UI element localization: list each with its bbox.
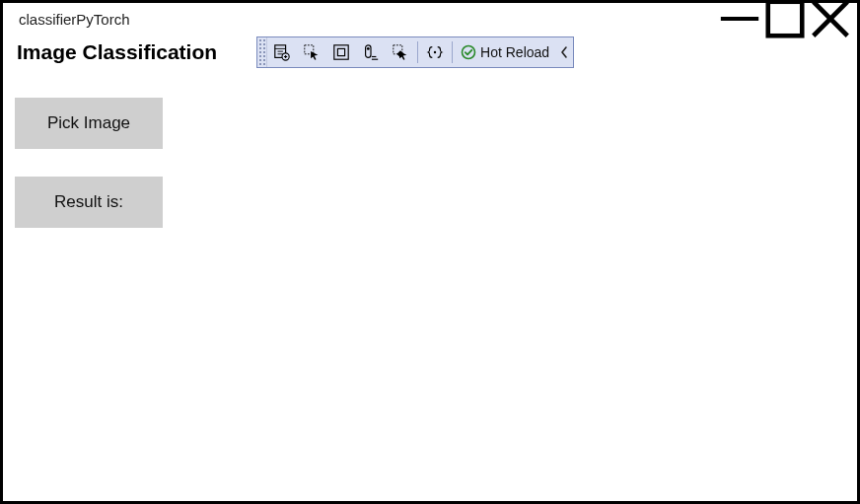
- svg-rect-12: [334, 45, 348, 59]
- layout-adorners-button[interactable]: [326, 37, 356, 67]
- titlebar: classifierPyTorch: [3, 3, 857, 35]
- svg-rect-1: [768, 2, 803, 36]
- toolbar-separator: [452, 41, 453, 63]
- toolbar-separator: [417, 41, 418, 63]
- select-element-icon: [303, 43, 321, 61]
- svg-rect-14: [366, 45, 371, 58]
- track-focus-icon: [362, 43, 380, 61]
- hot-reload-button[interactable]: Hot Reload: [455, 37, 555, 67]
- toolbar-overflow-button[interactable]: [555, 37, 573, 67]
- header-row: Image Classification: [15, 35, 845, 70]
- check-circle-icon: [461, 44, 476, 60]
- visual-tree-icon: [273, 43, 291, 61]
- select-element-button[interactable]: [297, 37, 326, 67]
- svg-point-19: [434, 51, 436, 53]
- pick-image-button[interactable]: Pick Image: [15, 98, 163, 149]
- track-focus-button[interactable]: [356, 37, 386, 67]
- content-area: Image Classification: [3, 35, 857, 501]
- xaml-binding-button[interactable]: [386, 37, 415, 67]
- window-title: classifierPyTorch: [19, 11, 717, 28]
- hot-reload-label: Hot Reload: [480, 44, 549, 60]
- chevron-left-icon: [559, 45, 569, 59]
- maximize-button[interactable]: [762, 4, 808, 34]
- visual-tree-button[interactable]: [267, 37, 297, 67]
- svg-point-15: [367, 47, 370, 50]
- window-controls: [717, 4, 853, 34]
- braces-button[interactable]: [420, 37, 450, 67]
- xaml-binding-icon: [392, 43, 409, 61]
- page-title: Image Classification: [15, 40, 217, 64]
- svg-rect-13: [337, 48, 344, 55]
- debug-toolbar: Hot Reload: [256, 36, 574, 68]
- svg-point-20: [463, 46, 475, 59]
- result-label: Result is:: [15, 177, 163, 228]
- close-button[interactable]: [808, 4, 853, 34]
- layout-adorners-icon: [332, 43, 350, 61]
- braces-icon: [426, 43, 444, 61]
- app-window: classifierPyTorch Image Classification: [0, 0, 860, 504]
- toolbar-grip[interactable]: [257, 37, 267, 67]
- minimize-button[interactable]: [717, 4, 762, 34]
